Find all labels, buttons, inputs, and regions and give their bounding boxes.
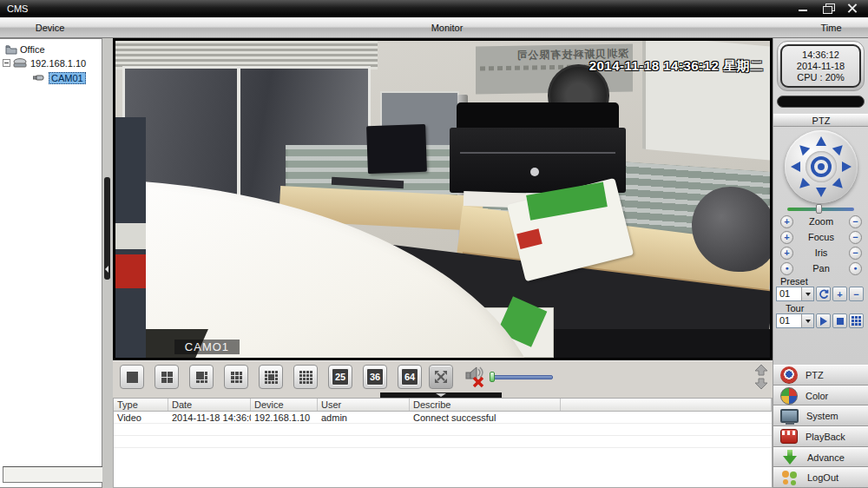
iris-plus-button[interactable]: + — [780, 247, 793, 260]
pan-stop-button[interactable]: ● — [849, 262, 862, 275]
splitter-collapse-handle[interactable] — [104, 177, 110, 280]
pan-start-button[interactable]: ● — [780, 262, 793, 275]
focus-plus-button[interactable]: + — [780, 231, 793, 244]
ptz-menu-button[interactable]: PTZ — [773, 365, 868, 386]
event-log-table: Type Date Device User Describe Video 201… — [113, 398, 773, 488]
close-icon[interactable] — [845, 3, 859, 14]
split-1-icon — [125, 370, 140, 385]
tree-node-office[interactable]: Office — [5, 43, 45, 56]
system-menu-button[interactable]: System — [773, 406, 868, 426]
color-wheel-icon — [780, 387, 798, 405]
scroll-up-button[interactable] — [752, 363, 771, 377]
log-cell-device: 192.168.1.10 — [251, 412, 318, 423]
split-13-button[interactable] — [259, 365, 283, 389]
split-16-button[interactable] — [293, 365, 318, 389]
menu-monitor[interactable]: Monitor — [100, 17, 794, 37]
mute-button[interactable] — [464, 365, 488, 389]
log-row[interactable]: Video 2014-11-18 14:36:09 192.168.1.10 a… — [114, 412, 772, 424]
ptz-down-right-icon[interactable] — [832, 178, 846, 192]
preset-goto-button[interactable] — [816, 287, 831, 301]
chevron-down-icon[interactable] — [801, 314, 813, 327]
ptz-hub[interactable] — [806, 151, 837, 182]
ptz-direction-pad[interactable] — [785, 130, 858, 203]
volume-slider[interactable] — [492, 375, 553, 379]
device-icon — [13, 58, 28, 69]
iris-minus-button[interactable]: − — [849, 247, 862, 260]
film-reel-icon — [780, 429, 798, 444]
tour-play-button[interactable] — [816, 313, 831, 328]
ptz-up-right-icon[interactable] — [832, 142, 846, 155]
menu-time[interactable]: Time — [794, 17, 868, 37]
scroll-down-button[interactable] — [752, 377, 771, 391]
chevron-down-icon[interactable] — [801, 287, 813, 300]
tour-setup-button[interactable] — [849, 313, 864, 328]
col-device[interactable]: Device — [251, 399, 318, 411]
folder-icon — [5, 44, 17, 55]
tour-stop-button[interactable] — [832, 313, 847, 328]
focus-minus-button[interactable]: − — [849, 231, 862, 244]
maximize-icon[interactable] — [821, 3, 835, 14]
log-cell-type: Video — [114, 412, 168, 423]
ptz-down-left-icon[interactable] — [796, 178, 810, 192]
col-date[interactable]: Date — [168, 399, 251, 411]
cpu-usage: CPU : 20% — [797, 72, 844, 82]
split-64-label: 64 — [404, 372, 415, 382]
preset-remove-button[interactable]: − — [849, 287, 864, 301]
collapse-icon[interactable] — [3, 59, 10, 67]
tour-select[interactable]: 01 — [776, 313, 814, 328]
ptz-down-icon[interactable] — [816, 188, 826, 197]
ptz-icon — [780, 366, 798, 384]
col-type[interactable]: Type — [114, 399, 168, 411]
split-9-button[interactable] — [224, 365, 248, 389]
split-4-icon — [160, 370, 174, 385]
right-control-panel: 14:36:12 2014-11-18 CPU : 20% PTZ + Zoom… — [773, 38, 868, 488]
color-menu-button[interactable]: Color — [773, 386, 868, 406]
split-1-button[interactable] — [120, 365, 144, 389]
log-row-empty — [114, 424, 772, 436]
tree-node-camera[interactable]: CAM01 — [33, 71, 86, 84]
fullscreen-button[interactable] — [429, 365, 453, 389]
split-4-button[interactable] — [155, 365, 179, 389]
zoom-minus-button[interactable]: − — [849, 215, 862, 228]
video-monitor — [366, 124, 427, 174]
menu-device[interactable]: Device — [0, 17, 100, 37]
log-cell-user: admin — [318, 412, 410, 423]
focus-control-row: + Focus − — [780, 230, 862, 244]
log-cell-describe: Connect successful — [410, 412, 561, 423]
split-36-button[interactable]: 36 — [363, 365, 387, 389]
preset-add-button[interactable]: + — [832, 287, 847, 301]
split-9-icon — [229, 370, 244, 385]
split-16-icon — [299, 370, 313, 385]
col-describe[interactable]: Describe — [410, 399, 561, 411]
iris-label: Iris — [815, 247, 828, 258]
zoom-plus-button[interactable]: + — [780, 215, 793, 228]
col-user[interactable]: User — [318, 399, 410, 411]
split-6-button[interactable] — [189, 365, 214, 389]
playback-menu-button[interactable]: PlayBack — [773, 426, 868, 447]
play-icon — [820, 317, 827, 326]
ptz-left-icon[interactable] — [791, 162, 800, 172]
logout-menu-button[interactable]: LogOut — [773, 467, 868, 488]
minimize-icon[interactable] — [797, 3, 811, 14]
tree-node-device[interactable]: 192.168.1.10 — [3, 56, 86, 69]
view-toolbar: 25 36 64 — [113, 360, 773, 392]
tour-row: 01 — [776, 313, 866, 328]
down-arrow-icon — [780, 449, 799, 466]
function-menu: PTZ Color System PlayBack Advance LogOut — [773, 365, 868, 488]
window-controls — [797, 3, 859, 14]
preset-select[interactable]: 01 — [776, 287, 814, 301]
split-64-button[interactable]: 64 — [398, 365, 422, 389]
split-25-button[interactable]: 25 — [328, 365, 352, 389]
preset-value: 01 — [779, 288, 790, 299]
ptz-speed-thumb[interactable] — [816, 204, 822, 214]
device-search-bar — [3, 466, 99, 484]
ptz-right-icon[interactable] — [842, 162, 852, 172]
live-video-tile[interactable]: 深圳贝斯科技有限公司 — [115, 41, 770, 358]
ptz-up-icon[interactable] — [816, 136, 826, 146]
ptz-up-left-icon[interactable] — [796, 142, 810, 155]
logout-users-icon — [780, 469, 799, 486]
advance-menu-button[interactable]: Advance — [773, 447, 868, 468]
volume-slider-thumb[interactable] — [490, 372, 495, 382]
split-25-label: 25 — [335, 372, 345, 382]
video-left-shelf — [115, 117, 146, 358]
